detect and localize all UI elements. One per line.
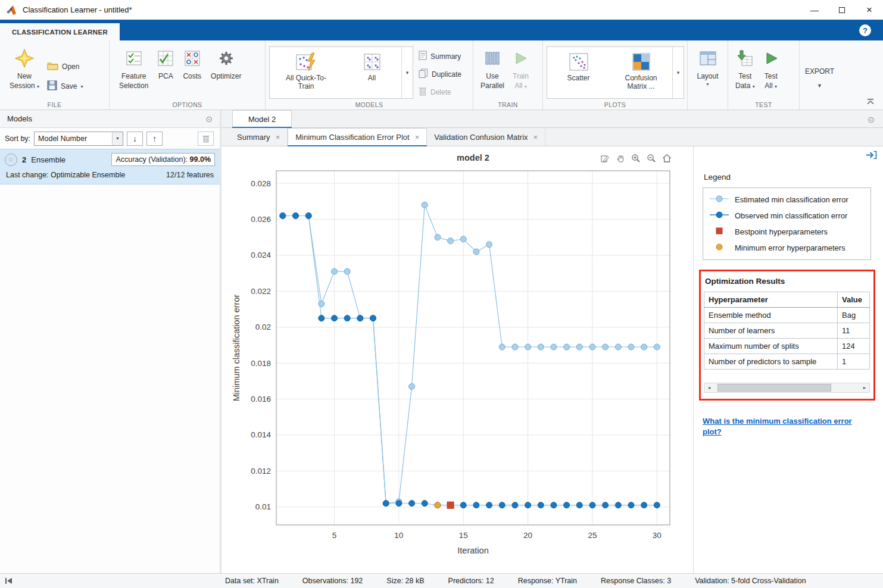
use-parallel-button[interactable]: Use Parallel [478,44,507,92]
minimize-button[interactable]: — [801,0,828,20]
costs-button[interactable]: Costs [180,44,204,82]
layout-button[interactable]: Layout ▾ [694,44,720,89]
svg-text:15: 15 [459,531,468,540]
models-panel-header: Models ⊙ [0,110,220,128]
open-in-figure-icon[interactable] [865,151,877,161]
tab-validation-confusion-matrix[interactable]: Validation Confusion Matrix × [427,128,545,146]
models-gallery-dropdown[interactable]: ▾ [401,47,413,98]
column-header: Hyperparameter [704,292,838,308]
edit-plot-icon[interactable] [600,154,610,163]
test-data-button[interactable]: Test Data ▾ [733,44,757,92]
train-all-label-1: Train [513,72,529,80]
svg-text:10: 10 [394,531,403,540]
confusion-matrix-button[interactable]: Confusion Matrix ... [610,47,672,98]
tab-min-classification-error-plot[interactable]: Minimum Classification Error Plot × [288,128,427,146]
chevron-down-icon: ▼ [817,83,822,89]
legend-item: Observed min classification error [709,208,865,224]
ribbon-section-test: Test Data ▾ Test All ▾ TEST [728,40,800,110]
minimize-panel-icon[interactable]: ⊙ [205,114,213,124]
chevron-down-icon[interactable]: ▾ [112,132,123,145]
legend-box: Estimated min classification error Obser… [703,187,871,260]
new-session-button[interactable]: New Session ▾ [7,44,42,92]
chevron-down-icon: ▾ [37,84,39,89]
horizontal-scrollbar[interactable]: ◄ ► [704,383,870,393]
chevron-down-icon: ▾ [406,70,409,76]
column-header: Value [838,292,870,308]
maximize-button[interactable] [828,0,856,20]
all-models-button[interactable]: All [342,47,401,98]
svg-text:0.028: 0.028 [251,179,271,188]
arrow-down-icon: ↓ [133,134,137,143]
model-features: 12/12 features [166,171,214,179]
scrollbar-track[interactable] [714,383,860,392]
use-parallel-icon [485,46,500,71]
svg-text:Minimum classification error: Minimum classification error [232,294,241,401]
scrollbar-thumb[interactable] [717,384,831,392]
zoom-in-icon[interactable] [631,154,641,163]
sort-by-dropdown[interactable]: Model Number ▾ [34,132,123,146]
sort-descending-button[interactable]: ↓ [127,132,143,146]
tab-summary[interactable]: Summary × [230,128,288,146]
export-button[interactable]: EXPORT ▼ [803,52,837,91]
all-quick-label-2: Train [298,82,314,90]
model-type: Ensemble [31,155,65,164]
table-row: Maximum number of splits 124 [704,339,870,354]
scroll-right-icon[interactable]: ► [860,383,869,392]
chevron-down-icon: ▾ [525,84,527,89]
summary-button[interactable]: Summary [416,49,464,64]
close-icon: × [866,4,872,16]
feature-selection-button[interactable]: Feature Selection [117,44,151,92]
table-row: Number of learners 11 [704,323,870,339]
close-tab-icon[interactable]: × [276,133,280,142]
optimizer-button[interactable]: Optimizer [208,44,244,82]
test-all-button[interactable]: Test All ▾ [761,44,781,92]
pca-icon [158,46,173,71]
chevron-down-icon[interactable]: ▾ [80,84,83,89]
axes-toolbar [600,154,672,163]
scatter-plot-icon [569,50,588,74]
save-button[interactable]: Save ▾ [44,79,86,94]
window-title: Classification Learner - untitled* [23,5,132,14]
delete-model-button[interactable] [198,132,214,146]
svg-text:0.022: 0.022 [251,287,271,296]
help-link[interactable]: What is the minimum classification error… [703,416,865,437]
help-button[interactable]: ? [859,24,871,36]
close-tab-icon[interactable]: × [533,133,538,142]
pca-label: PCA [158,72,173,80]
model-list-item-selected[interactable]: ☆ 2 Ensemble Accuracy (Validation): 99.0… [0,149,220,184]
open-button[interactable]: Open [44,60,86,74]
scatter-plot-button[interactable]: Scatter [547,47,610,98]
duplicate-label: Duplicate [432,70,461,79]
section-label-options: OPTIONS [110,101,265,108]
min-classification-error-chart[interactable]: 510152025300.010.0120.0140.0160.0180.020… [221,146,694,573]
close-tab-icon[interactable]: × [415,133,420,142]
plots-gallery-dropdown[interactable]: ▾ [672,47,684,98]
main-area: Models ⊙ Sort by: Model Number ▾ ↓ ↑ [0,110,883,573]
pca-button[interactable]: PCA [155,44,176,82]
sort-ascending-button[interactable]: ↑ [146,132,163,146]
svg-text:0.02: 0.02 [255,323,271,331]
sort-by-value: Model Number [35,135,112,143]
tab-model-2[interactable]: Model 2 [232,110,292,127]
duplicate-button[interactable]: Duplicate [416,67,464,82]
save-label: Save [61,82,77,90]
document-tab-bar: Model 2 ⊙ [221,110,883,128]
zoom-out-icon[interactable] [647,154,656,163]
status-item: Predictors: 12 [448,577,494,585]
all-quick-to-train-button[interactable]: All Quick-To- Train [270,47,342,98]
figure-content: 510152025300.010.0120.0140.0160.0180.020… [221,146,883,573]
section-label-models: MODELS [266,101,473,108]
collapse-panel-icon[interactable] [5,577,13,586]
ribbon-section-export: EXPORT ▼ [800,40,840,110]
scroll-left-icon[interactable]: ◄ [704,383,714,392]
close-button[interactable]: × [856,0,883,20]
pan-hand-icon[interactable] [616,154,625,163]
delete-trash-icon [419,86,427,98]
collapse-ribbon-button[interactable] [866,98,875,107]
ribbon-section-plots: Scatter Confusion Matrix ... [543,40,688,110]
use-parallel-label-2: Parallel [480,82,504,90]
optimization-results-title: Optimization Results [705,277,870,286]
favorite-star-icon[interactable]: ☆ [5,154,17,166]
home-icon[interactable] [662,154,672,163]
tab-classification-learner[interactable]: CLASSIFICATION LEARNER [0,23,120,40]
